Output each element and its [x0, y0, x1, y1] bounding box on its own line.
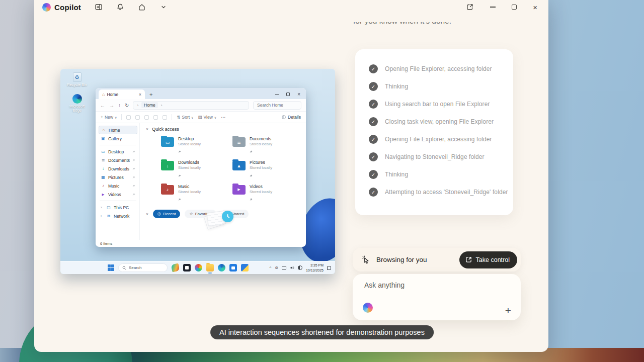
copilot-titlebar: Copilot × [34, 1, 548, 13]
pin-icon [178, 198, 181, 201]
agent-status-bar: Browsing for you Take control [353, 248, 521, 272]
take-control-button[interactable]: Take control [459, 251, 517, 268]
ask-anything-input[interactable] [364, 281, 511, 289]
edge-taskbar-icon [218, 264, 225, 272]
new-menu: + New ∨ [101, 115, 117, 120]
composer-card: + [353, 274, 521, 320]
explorer-status-bar: 6 items [96, 240, 306, 247]
explorer-toolbar: + New ∨ ⇅ Sort ∨ [96, 112, 306, 123]
copilot-window: Copilot × for you [34, 0, 548, 352]
maximize-button[interactable] [512, 5, 517, 10]
new-tab-icon: + [149, 92, 152, 98]
details-toggle: Details [282, 115, 301, 120]
edge-shortcut: Microsoft Edge [65, 94, 89, 113]
pin-icon [132, 185, 135, 188]
take-control-icon [465, 256, 472, 263]
task-step: ✓ Closing task view, opening File Explor… [369, 117, 502, 126]
quick-access-header: ∨ Quick access [146, 127, 301, 132]
pin-icon [250, 150, 253, 153]
explorer-tab-bar: ⌂ Home × + × [96, 88, 306, 99]
recycle-bin-shortcut: ♻ Recycle Bin [65, 72, 89, 87]
sidebar-item-gallery: ▣ Gallery [99, 134, 137, 143]
file-explorer-taskbar-icon [206, 264, 214, 272]
share-screen-icon[interactable] [465, 3, 474, 12]
copy-icon [135, 115, 140, 120]
details-toggle-icon [282, 115, 286, 119]
sidebar-item-home: ⌂ Home [99, 126, 137, 134]
pictures-folder-icon: ▲ [232, 161, 246, 170]
check-icon: ✓ [369, 152, 378, 161]
documents-folder-icon: ≣ [232, 137, 246, 147]
sidebar-toggle-icon[interactable] [94, 3, 103, 12]
taskbar-clock: 3:35 PM 10/13/2025 [306, 263, 324, 273]
task-step: ✓ Thinking [369, 82, 502, 91]
pin-icon [250, 198, 253, 201]
home-icon[interactable] [137, 3, 146, 12]
qa-videos: ▶ VideosStored locally [232, 184, 301, 203]
caption-pill: AI interaction sequences shortened for d… [210, 325, 434, 339]
file-explorer-window: ⌂ Home × + × ← → ↑ ↻ [96, 88, 306, 247]
more-menu-icon: ⋯ [221, 115, 226, 120]
sort-menu: ⇅ Sort ∨ [177, 115, 193, 120]
address-bar: › Home › [133, 101, 249, 110]
task-step: ✓ Opening File Explorer, accessing folde… [369, 135, 502, 144]
tab-close-icon: × [139, 92, 141, 97]
back-icon: ← [100, 103, 105, 108]
qa-music: ♪ MusicStored locally [161, 184, 229, 203]
cursor-sparkle-icon [362, 255, 370, 264]
pin-icon [132, 167, 135, 170]
tab-home-icon: ⌂ [102, 92, 105, 97]
breadcrumb: Home [141, 102, 158, 108]
explorer-close: × [297, 92, 300, 97]
battery-icon [298, 265, 302, 270]
tray-status-icon: ⊘ [275, 265, 278, 270]
task-view-icon [183, 264, 191, 272]
sidebar-item-documents: ≣ Documents [99, 156, 137, 164]
pin-icon [250, 174, 253, 177]
agent-status-label: Browsing for you [376, 256, 427, 263]
explorer-tab-home: ⌂ Home × [99, 89, 145, 99]
edge-icon [72, 94, 82, 104]
quick-access-grid: ▭ DesktopStored locally ≣ DocumentsStore… [161, 136, 301, 203]
photos-app-icon [195, 264, 202, 272]
downloads-folder-icon: ↓ [161, 161, 174, 170]
minimize-button[interactable] [490, 7, 496, 7]
qa-documents: ≣ DocumentsStored locally [232, 136, 301, 155]
check-icon: ✓ [369, 117, 378, 126]
explorer-nav-bar: ← → ↑ ↻ › Home › Search Home [96, 99, 306, 112]
check-icon: ✓ [369, 170, 378, 179]
qa-pictures: ▲ PicturesStored locally [232, 160, 301, 179]
pin-icon [178, 150, 181, 153]
qa-desktop: ▭ DesktopStored locally [161, 136, 229, 155]
videos-folder-icon: ▶ [232, 185, 246, 195]
sidebar-item-downloads: ↓ Downloads [99, 164, 137, 173]
copilot-logo-icon [42, 3, 51, 12]
agent-steps-card: ✓ Opening File Explorer, accessing folde… [355, 49, 513, 215]
taskbar-search: Search [118, 263, 168, 272]
attach-plus-button[interactable]: + [505, 305, 511, 316]
check-icon: ✓ [369, 82, 378, 91]
check-icon: ✓ [369, 64, 378, 73]
task-step: ✓ Using search bar to open File Explorer [369, 100, 502, 109]
pin-icon [132, 176, 135, 179]
tray-expand-icon: ^ [269, 265, 271, 270]
system-tray: ^ ⊘ 3:35 PM 10/13/2025 [269, 263, 331, 273]
cut-icon [126, 115, 131, 120]
pin-icon [132, 159, 135, 162]
notifications-bell-icon[interactable] [116, 3, 124, 12]
delete-icon [163, 115, 167, 120]
close-button[interactable]: × [533, 4, 537, 11]
chevron-down-icon[interactable] [159, 3, 168, 12]
explorer-window-controls: × [275, 92, 302, 97]
explorer-sidebar: ⌂ Home ▣ Gallery ▭ Desktop [96, 123, 140, 240]
explorer-search-box: Search Home [253, 101, 301, 110]
up-icon: ↑ [118, 103, 121, 108]
desktop-folder-icon: ▭ [161, 137, 174, 147]
taskbar: Search ^ ⊘ 3:35 PM [60, 261, 335, 274]
check-icon: ✓ [369, 188, 378, 197]
clipped-heading: for you know when it's done. [353, 22, 519, 29]
qa-downloads: ↓ DownloadsStored locally [161, 160, 229, 179]
pin-icon [132, 150, 135, 153]
music-folder-icon: ♪ [161, 185, 174, 195]
m365-app-icon [241, 264, 249, 272]
